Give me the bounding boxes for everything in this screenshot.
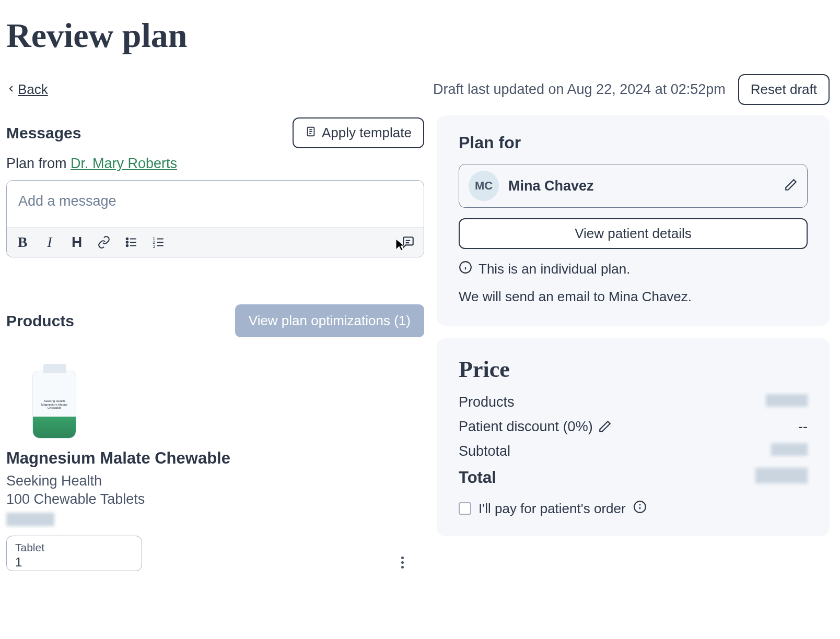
plan-for-card: Plan for MC Mina Chavez View patient det… (437, 115, 830, 326)
page-title: Review plan (6, 16, 830, 55)
plan-from-text: Plan from Dr. Mary Roberts (6, 156, 424, 172)
reset-draft-button[interactable]: Reset draft (738, 74, 830, 105)
product-brand: Seeking Health (6, 473, 230, 489)
link-icon[interactable] (96, 234, 112, 251)
messages-header: Messages Apply template (6, 117, 424, 148)
price-heading: Price (459, 356, 808, 383)
price-products-value-redacted (766, 394, 808, 407)
italic-icon[interactable]: I (41, 234, 58, 251)
comment-icon[interactable] (400, 234, 416, 251)
product-form-field[interactable]: Tablet 1 (6, 536, 142, 571)
kebab-menu-icon[interactable] (396, 554, 409, 571)
plan-info-row: This is an individual plan. (459, 261, 808, 278)
price-subtotal-label: Subtotal (459, 443, 510, 459)
numbered-list-icon[interactable]: 123 (150, 234, 167, 251)
plan-from-prefix: Plan from (6, 156, 71, 171)
svg-point-23 (639, 504, 640, 505)
price-products-label: Products (459, 394, 515, 410)
editor-toolbar: B I H 123 (7, 227, 424, 257)
price-total-row: Total (459, 468, 808, 488)
avatar: MC (469, 171, 499, 201)
email-note: We will send an email to Mina Chavez. (459, 287, 808, 307)
messages-heading: Messages (6, 124, 81, 142)
info-icon (459, 261, 472, 278)
product-row: Seeking HealthMagnesium MalateChewable M… (6, 368, 424, 571)
price-total-value-redacted (755, 468, 808, 483)
message-editor: B I H 123 (6, 180, 424, 257)
product-price-redacted (6, 513, 54, 526)
message-input[interactable] (7, 181, 424, 227)
apply-template-button[interactable]: Apply template (293, 117, 424, 148)
view-patient-details-button[interactable]: View patient details (459, 218, 808, 249)
price-subtotal-value-redacted (771, 443, 808, 456)
price-discount-value: -- (798, 419, 808, 435)
svg-point-4 (126, 238, 128, 240)
bold-icon[interactable]: B (14, 234, 31, 251)
svg-point-6 (126, 245, 128, 246)
plan-info-text: This is an individual plan. (479, 261, 631, 277)
edit-patient-icon[interactable] (784, 178, 798, 194)
price-card: Price Products Patient discount (0%) -- … (437, 338, 830, 536)
price-products-row: Products (459, 394, 808, 410)
apply-template-label: Apply template (322, 125, 412, 141)
price-total-label: Total (459, 468, 496, 487)
product-image: Seeking HealthMagnesium MalateChewable (18, 368, 91, 441)
pay-label: I'll pay for patient's order (479, 501, 626, 517)
back-label: Back (18, 81, 48, 98)
patient-name: Mina Chavez (508, 178, 775, 194)
pay-info-icon[interactable] (633, 500, 647, 517)
edit-discount-icon[interactable] (598, 420, 612, 433)
heading-icon[interactable]: H (68, 234, 85, 251)
product-form-value: 1 (15, 555, 133, 570)
chevron-left-icon (6, 82, 16, 98)
products-header: Products View plan optimizations (1) (6, 304, 424, 349)
topbar: Back Draft last updated on Aug 22, 2024 … (6, 74, 830, 105)
price-discount-label: Patient discount (0%) (459, 419, 593, 435)
draft-status: Draft last updated on Aug 22, 2024 at 02… (433, 81, 726, 98)
product-size: 100 Chewable Tablets (6, 491, 230, 507)
price-discount-row: Patient discount (0%) -- (459, 419, 808, 435)
products-heading: Products (6, 312, 74, 330)
plan-from-link[interactable]: Dr. Mary Roberts (71, 156, 177, 171)
back-link[interactable]: Back (6, 81, 48, 98)
patient-box: MC Mina Chavez (459, 164, 808, 208)
pay-checkbox[interactable] (459, 502, 471, 515)
plan-for-heading: Plan for (459, 133, 808, 152)
svg-text:3: 3 (153, 244, 155, 249)
view-optimizations-button[interactable]: View plan optimizations (1) (235, 304, 424, 337)
price-subtotal-row: Subtotal (459, 443, 808, 459)
pay-for-patient-row: I'll pay for patient's order (459, 500, 808, 517)
svg-point-5 (126, 241, 128, 243)
product-form-label: Tablet (15, 541, 133, 554)
bulleted-list-icon[interactable] (123, 234, 139, 251)
product-name: Magnesium Malate Chewable (6, 448, 230, 469)
template-icon (305, 125, 317, 141)
